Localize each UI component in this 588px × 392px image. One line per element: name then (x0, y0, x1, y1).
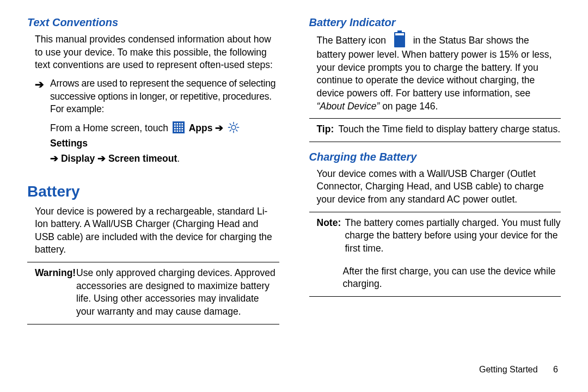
arrow-bullet-icon: ➔ (35, 77, 50, 116)
period: . (177, 153, 180, 164)
page-number: 6 (553, 365, 558, 374)
note-block: Note: The battery comes partially charge… (317, 217, 561, 255)
about-device-reference: “About Device” (317, 101, 380, 112)
svg-line-6 (236, 130, 237, 131)
battery-indicator-paragraph: The Battery icon in the Status Bar shows… (317, 33, 561, 113)
arrow-icon: ➔ (97, 153, 106, 164)
arrow-bullet-row: ➔ Arrows are used to represent the seque… (35, 77, 279, 116)
settings-gear-icon (228, 121, 240, 133)
screen-timeout-label: Screen timeout (108, 153, 177, 164)
apps-grid-icon (173, 121, 185, 133)
warning-text: Use only approved charging devices. Appr… (76, 267, 279, 318)
right-column: Battery Indicator The Battery icon in th… (309, 15, 561, 329)
apps-label: Apps (189, 122, 213, 133)
svg-line-8 (230, 130, 231, 131)
arrow-icon: ➔ (215, 122, 223, 133)
display-label: Display (61, 153, 95, 164)
heading-charging-battery: Charging the Battery (309, 150, 561, 164)
after-first-charge-text: After the first charge, you can use the … (343, 265, 561, 291)
arrow-icon: ➔ (50, 153, 58, 164)
bi-suffix: on page 146. (382, 101, 438, 112)
settings-label: Settings (50, 138, 88, 149)
note-text: The battery comes partially charged. You… (345, 217, 561, 255)
section-name: Getting Started (479, 365, 538, 374)
text-conventions-paragraph: This manual provides condensed informati… (35, 33, 279, 72)
heading-text-conventions: Text Conventions (27, 15, 279, 30)
divider (27, 262, 279, 262)
warning-block: Warning! Use only approved charging devi… (35, 267, 279, 318)
warning-label: Warning! (35, 267, 76, 318)
divider (27, 324, 279, 324)
divider (309, 142, 561, 142)
bi-prefix: The Battery icon (317, 35, 389, 46)
charging-paragraph: Your device comes with a Wall/USB Charge… (317, 168, 561, 206)
page-footer: Getting Started 6 (479, 364, 558, 376)
svg-line-7 (236, 124, 237, 125)
tip-text: Touch the Time field to display battery … (339, 123, 561, 136)
battery-icon (394, 32, 405, 47)
tip-label: Tip: (317, 123, 339, 136)
tip-block: Tip: Touch the Time field to display bat… (317, 123, 561, 136)
example-prefix: From a Home screen, touch (50, 122, 171, 133)
note-label: Note: (317, 217, 345, 255)
divider (309, 296, 561, 297)
battery-paragraph: Your device is powered by a rechargeable… (35, 205, 279, 257)
divider (309, 118, 561, 119)
divider (309, 212, 561, 212)
svg-line-5 (230, 124, 231, 125)
svg-point-0 (231, 125, 236, 130)
left-column: Text Conventions This manual provides co… (27, 15, 279, 329)
heading-battery: Battery (27, 181, 279, 202)
page-content: Text Conventions This manual provides co… (0, 0, 588, 329)
arrow-bullet-text: Arrows are used to represent the sequenc… (50, 77, 279, 116)
example-sequence: From a Home screen, touch Apps ➔ (50, 120, 279, 166)
heading-battery-indicator: Battery Indicator (309, 15, 561, 30)
